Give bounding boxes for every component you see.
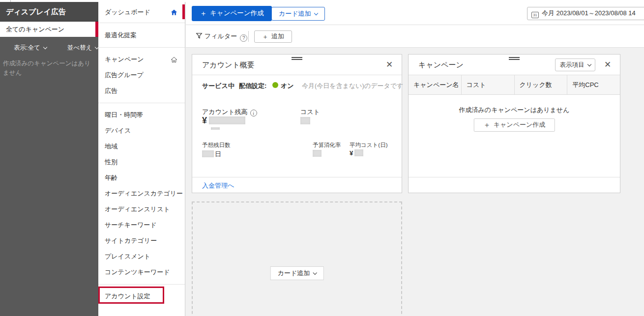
home-filled-icon xyxy=(170,9,178,16)
chevron-down-icon xyxy=(43,45,47,49)
avg-cost-label: 平均コスト(日) xyxy=(350,142,387,149)
close-icon[interactable]: ✕ xyxy=(384,59,395,71)
column-header-campaign-name[interactable]: キャンペーン名 xyxy=(409,75,462,94)
nav-item-search-keywords[interactable]: サーチキーワード xyxy=(98,217,185,233)
create-campaign-empty-state-button[interactable]: ＋キャンペーン作成 xyxy=(474,118,555,132)
nav-item-site-category[interactable]: サイトカテゴリー xyxy=(98,233,185,249)
columns-dropdown-button[interactable]: 表示項目 xyxy=(555,58,595,71)
nav-label: プレイスメント xyxy=(105,253,150,260)
nav-label: 性別 xyxy=(105,158,117,166)
window-top-edge xyxy=(0,0,644,2)
days-unit: 日 xyxy=(215,150,221,158)
campaign-card-header: キャンペーン 表示項目 ✕ xyxy=(409,55,620,75)
nav-item-age[interactable]: 年齢 xyxy=(98,170,185,186)
column-header-cost[interactable]: コスト xyxy=(462,75,515,94)
campaign-empty-message: 作成済みのキャンペーンはありません xyxy=(409,106,620,115)
payment-management-link[interactable]: 入金管理へ xyxy=(202,181,234,190)
filter-button[interactable]: フィルター? xyxy=(196,32,247,42)
nav-item-dashboard[interactable]: ダッシュボード xyxy=(98,2,185,23)
nav-item-campaigns[interactable]: キャンペーン xyxy=(98,52,185,67)
account-card-footer: 入金管理へ xyxy=(192,177,402,193)
nav-label: 年齢 xyxy=(105,174,117,181)
balance-value: ¥ xyxy=(202,115,245,126)
cost-label: コスト xyxy=(300,108,320,116)
nav-item-devices[interactable]: デバイス xyxy=(98,123,185,139)
account-card-header: アカウント概要 ✕ xyxy=(192,55,402,75)
date-range-label: 今月 2023/08/01～2023/08/08 14 xyxy=(542,9,636,17)
nav-item-ads[interactable]: 広告 xyxy=(98,83,185,99)
chevron-down-icon xyxy=(314,11,318,15)
nav-item-ad-groups[interactable]: 広告グループ xyxy=(98,67,185,83)
redacted-value xyxy=(211,127,220,130)
campaign-card-footer xyxy=(409,177,620,193)
nav-item-audience-category[interactable]: オーディエンスカテゴリー xyxy=(98,186,185,201)
nav-label: ダッシュボード xyxy=(105,8,150,16)
drag-handle-icon[interactable] xyxy=(509,56,520,61)
delivery-setting-value: オン xyxy=(281,82,294,90)
campaign-card: キャンペーン 表示項目 ✕ キャンペーン名 コスト クリック数 平均CPC 作成… xyxy=(408,54,620,193)
funnel-icon xyxy=(196,32,203,39)
info-icon[interactable]: i xyxy=(250,110,257,116)
display-filter-label: 表示:全て xyxy=(14,44,40,51)
window-edge-tick xyxy=(10,0,11,2)
drag-handle-icon[interactable] xyxy=(292,56,302,61)
add-card-placeholder: カード追加 xyxy=(192,201,402,316)
nav-item-placements[interactable]: プレイスメント xyxy=(98,249,185,264)
redacted-value xyxy=(313,150,322,157)
close-icon[interactable]: ✕ xyxy=(602,59,613,71)
display-filter-dropdown[interactable]: 表示:全て xyxy=(14,44,47,52)
nav-item-regions[interactable]: 地域 xyxy=(98,139,185,154)
plus-icon: ＋ xyxy=(200,9,207,17)
plus-icon: ＋ xyxy=(262,33,268,40)
all-campaigns-label: 全てのキャンペーン xyxy=(6,26,64,33)
avg-cost-value: ¥ xyxy=(350,149,363,157)
days-remaining-value: 日 xyxy=(202,150,221,159)
column-header-clicks[interactable]: クリック数 xyxy=(515,75,568,94)
add-card-label: カード追加 xyxy=(279,10,311,17)
campaign-card-title: キャンペーン xyxy=(418,55,464,75)
budget-rate-label: 予算消化率 xyxy=(313,142,341,149)
nav-group-entities: キャンペーン 広告グループ 広告 xyxy=(98,48,185,103)
add-card-button[interactable]: カード追加 xyxy=(270,266,324,280)
column-header-avg-cpc[interactable]: 平均CPC xyxy=(567,75,620,94)
add-card-dropdown-button[interactable]: カード追加 xyxy=(271,7,325,21)
date-range-picker[interactable]: 31今月 2023/08/01～2023/08/08 14 xyxy=(527,7,644,20)
nav-label: デバイス xyxy=(105,127,131,134)
status-on-icon xyxy=(272,82,278,89)
campaign-table-header: キャンペーン名 コスト クリック数 平均CPC xyxy=(409,75,620,95)
sidebar-item-all-campaigns[interactable]: 全てのキャンペーン xyxy=(0,22,98,37)
active-indicator xyxy=(182,4,185,19)
calendar-icon: 31 xyxy=(531,12,539,18)
yen-symbol: ¥ xyxy=(350,149,353,157)
account-overview-card: アカウント概要 ✕ サービス中 配信設定: オン 今月(今日を含まない)のデータ… xyxy=(192,54,402,193)
nav-group-targeting: 曜日・時間帯 デバイス 地域 性別 年齢 オーディエンスカテゴリー オーディエン… xyxy=(98,103,185,284)
delivery-setting-label: 配信設定: xyxy=(239,82,266,90)
campaign-tree-empty-message: 作成済みのキャンペーンはありません xyxy=(0,55,98,78)
redacted-value xyxy=(202,150,214,157)
redacted-value xyxy=(300,117,310,124)
sidebar-controls: 表示:全て 並べ替え xyxy=(0,37,98,55)
nav-item-optimization[interactable]: 最適化提案 xyxy=(98,23,185,47)
plus-icon: ＋ xyxy=(483,120,491,129)
home-outline-icon xyxy=(170,56,178,63)
filter-bar: フィルター? ＋追加 xyxy=(186,25,644,48)
create-campaign-label: キャンペーン作成 xyxy=(494,121,546,128)
nav-label: コンテンツキーワード xyxy=(105,268,170,276)
dashboard-toolbar: ＋キャンペーン作成 カード追加 31今月 2023/08/01～2023/08/… xyxy=(186,2,644,25)
nav-item-day-time[interactable]: 曜日・時間帯 xyxy=(98,107,185,123)
nav-item-content-keywords[interactable]: コンテンツキーワード xyxy=(98,264,185,280)
nav-label: サーチキーワード xyxy=(105,221,157,229)
nav-item-account-settings[interactable]: アカウント設定 xyxy=(98,288,185,304)
sort-dropdown[interactable]: 並べ替え xyxy=(67,44,99,52)
create-campaign-button[interactable]: ＋キャンペーン作成 xyxy=(192,6,272,21)
filter-label: フィルター xyxy=(205,32,237,40)
nav-item-audience-list[interactable]: オーディエンスリスト xyxy=(98,201,185,217)
display-ads-dashboard: { "colors": { "primary_blue": "#0d62cf",… xyxy=(0,0,644,316)
period-note: 今月(今日を含まない)のデータです xyxy=(302,82,403,90)
add-filter-button[interactable]: ＋追加 xyxy=(254,30,292,43)
redacted-value xyxy=(209,116,245,124)
help-icon[interactable]: ? xyxy=(240,34,247,42)
sort-label: 並べ替え xyxy=(67,44,92,51)
nav-label: 地域 xyxy=(105,143,117,150)
nav-item-gender[interactable]: 性別 xyxy=(98,154,185,170)
